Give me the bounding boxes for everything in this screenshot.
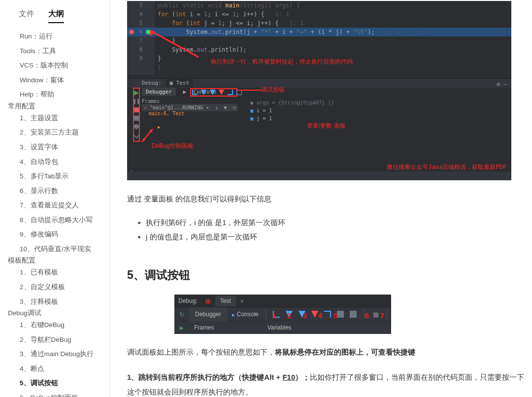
chevron-icon[interactable] [133,132,140,138]
annotation-numbers: 1234567 [272,311,384,320]
step-buttons [192,90,242,95]
nav-item[interactable]: 1、主题设置 [5,111,105,126]
watermark-text: 微信搜索公众号Java后端精选，获取最新PDF [387,163,506,171]
console-tab[interactable]: Console [227,311,264,318]
nav-item[interactable]: 8、自动提示忽略大小写 [5,213,105,228]
nav-item[interactable]: 3、设置字体 [5,140,105,155]
pause-icon[interactable] [134,99,139,104]
frames-panel: Frames ✓ "main"@1...RUNNING ▾ ↓ ▼ ⊟ ▶ ma… [142,99,238,116]
frame-entry[interactable]: main:6, Test [142,111,238,116]
ide-debug-screenshot: 3456789 public static void main(String[]… [127,1,511,180]
nav-item[interactable]: 6、DeBug控制面板 [5,391,105,397]
bug-icon: 🐞 [204,298,211,304]
nav-item[interactable]: Window：窗体 [5,73,105,88]
debug-config-tab: ▣ Test [166,79,193,87]
force-step-into-icon[interactable] [219,90,224,95]
variables-panel: ● args = {String[0]@487} [] ▣ i = 1 ▣ j … [250,99,334,122]
frames-label: Frames [142,99,238,104]
paragraph: 调试面板如上图所示，每个按钮的意思如下，将鼠标悬停在对应的图标上，可查看快捷键 [127,345,526,359]
nav-item[interactable]: 4、断点 [5,362,105,376]
frames-row: ▶ Frames Variables [174,321,391,334]
section-heading: 5、调试按钮 [127,267,526,283]
article-content: 3456789 public static void main(String[]… [110,0,532,397]
test-tab[interactable]: Test [215,296,236,306]
view-breakpoints-icon[interactable] [134,116,139,121]
tab-file[interactable]: 文件 [19,9,34,23]
step-over-icon[interactable] [201,90,206,95]
debug-label: Debug: [142,80,162,86]
annotation-buttons: 调试按钮 [261,86,285,94]
nav-item[interactable]: 9、修改编码 [5,227,105,242]
annotation-pause: 执行到这一行，程序被暂时挂起，停止执行后面的代码 [211,58,353,66]
close-icon[interactable]: ✕ [240,298,244,304]
annotation-arrow [149,30,208,61]
bullet-list: 执行到第6行，i 的值 是1，外层第一次循环 j 的值也是1，内层也是第一次循环 [127,215,526,244]
annotation-control-panel: DeBug控制面板 [152,142,194,150]
rerun-icon[interactable]: ↻ [174,311,189,318]
paragraph: 1、跳转到当前程序所执行的地方（快捷键Alt + F10）；比如你打开了很多窗口… [127,370,526,397]
nav-item[interactable]: 2、自定义模板 [5,280,105,295]
nav-item[interactable]: 7、查看最近提交人 [5,198,105,213]
outline-sidebar: 文件 大纲 Run：运行Tools：工具VCS：版本控制Window：窗体Hel… [0,0,110,397]
outline-nav: Run：运行Tools：工具VCS：版本控制Window：窗体Help：帮助常用… [5,29,105,397]
gear-icon[interactable]: ⚙ — [497,80,507,89]
variables-label: Variables [267,324,292,331]
stop-icon[interactable] [134,107,139,112]
debugger-tab[interactable]: Debugger [189,307,227,321]
mute-breakpoints-icon[interactable] [134,124,139,129]
nav-item[interactable]: 1、已有模板 [5,265,105,280]
annotation-vars: 变量/参数 面板 [307,122,346,130]
nav-item[interactable]: 6、显示行数 [5,184,105,198]
nav-item[interactable]: 2、导航栏DeBug [5,332,105,347]
tab-outline[interactable]: 大纲 [48,9,64,23]
list-item: j 的值也是1，内层也是第一次循环 [146,230,526,244]
nav-category[interactable]: 模板配置 [5,254,35,266]
paragraph: 通过 变量面板 的信息我们可以得到以下信息 [127,192,526,206]
sidebar-tabs: 文件 大纲 [5,0,105,29]
debug-label: Debug: [178,298,198,304]
step-out-icon[interactable] [228,90,233,95]
resume-icon[interactable] [134,91,139,96]
debug-panel: Debug: ▣ Test ⚙ — Debugger ▶ Console [127,78,511,180]
thread-selector[interactable]: ✓ "main"@1...RUNNING ▾ ↓ ▼ ⊟ [142,104,238,111]
debug-control-bar [134,91,139,137]
nav-category[interactable]: 常用配置 [5,100,35,112]
list-item: 执行到第6行，i 的值 是1，外层第一次循环 [146,215,526,230]
nav-item[interactable]: 2、安装第三方主题 [5,125,105,140]
nav-item[interactable]: Tools：工具 [5,44,105,59]
nav-item[interactable]: 3、通过main Debug执行 [5,347,105,362]
nav-item[interactable]: 1、右键DeBug [5,318,105,332]
step-into-icon[interactable] [210,90,215,95]
show-exec-point-icon[interactable] [192,90,198,95]
debug-header: Debug: 🐞 Test ✕ [174,295,391,307]
frames-label: Frames [189,324,214,331]
nav-category[interactable]: Debug调试 [5,307,41,319]
nav-item[interactable]: VCS：版本控制 [5,58,105,73]
nav-item[interactable]: Run：运行 [5,29,105,44]
resume-icon[interactable]: ▶ [174,325,189,331]
nav-item[interactable]: 5、调试按钮 [5,376,105,391]
annotation-line [238,90,262,91]
debugger-tab[interactable]: Debugger [142,88,176,96]
status-bar [127,171,511,180]
debug-toolbar-screenshot: Debug: 🐞 Test ✕ ↻ Debugger Console [174,295,391,334]
nav-item[interactable]: 5、多行Tab显示 [5,169,105,184]
frame-icon: ▶ [158,125,160,130]
nav-item[interactable]: 4、自动导包 [5,155,105,169]
